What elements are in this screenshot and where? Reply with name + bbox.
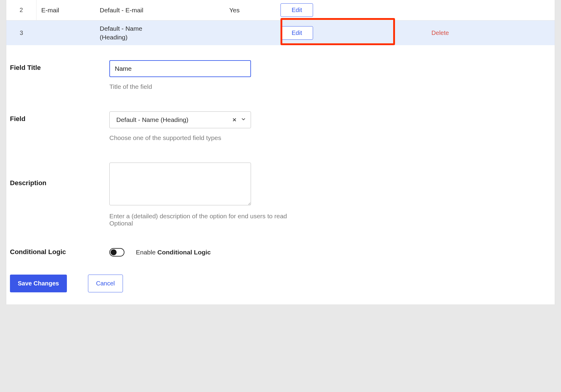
field-type-cell: Default - E-mail <box>100 6 229 14</box>
description-help: Enter a (detailed) description of the op… <box>109 213 320 227</box>
table-row: 2 E-mail Default - E-mail Yes Edit <box>6 0 555 20</box>
row-number: 2 <box>6 0 36 20</box>
edit-button[interactable]: Edit <box>280 3 313 17</box>
save-changes-button[interactable]: Save Changes <box>10 275 67 292</box>
edit-button[interactable]: Edit <box>280 26 313 40</box>
field-type-cell: Default - Name (Heading) <box>100 24 229 42</box>
field-name-cell: E-mail <box>36 7 100 14</box>
field-type-select[interactable]: Default - Name (Heading) <box>109 111 251 128</box>
delete-button[interactable]: Delete <box>431 30 449 36</box>
fields-table: 2 E-mail Default - E-mail Yes Edit 3 Def… <box>6 0 555 45</box>
table-row: 3 Default - Name (Heading) Edit Delete <box>6 20 555 45</box>
conditional-logic-toggle-label: Enable Conditional Logic <box>136 249 211 256</box>
field-title-label: Field Title <box>10 60 109 72</box>
description-label: Description <box>10 163 109 187</box>
field-type-help: Choose one of the supported field types <box>109 134 320 142</box>
clear-icon[interactable]: ✕ <box>232 117 237 123</box>
field-title-help: Title of the field <box>109 83 320 90</box>
row-number: 3 <box>6 20 36 45</box>
chevron-down-icon[interactable] <box>241 117 246 123</box>
description-textarea[interactable] <box>109 163 251 205</box>
field-required-cell: Yes <box>229 7 280 14</box>
conditional-logic-toggle[interactable] <box>109 248 124 257</box>
cancel-button[interactable]: Cancel <box>88 275 123 292</box>
conditional-logic-label: Conditional Logic <box>10 248 109 256</box>
field-edit-form: Field Title Title of the field Field Def… <box>6 45 555 304</box>
field-type-label: Field <box>10 111 109 123</box>
field-title-input[interactable] <box>109 60 251 77</box>
